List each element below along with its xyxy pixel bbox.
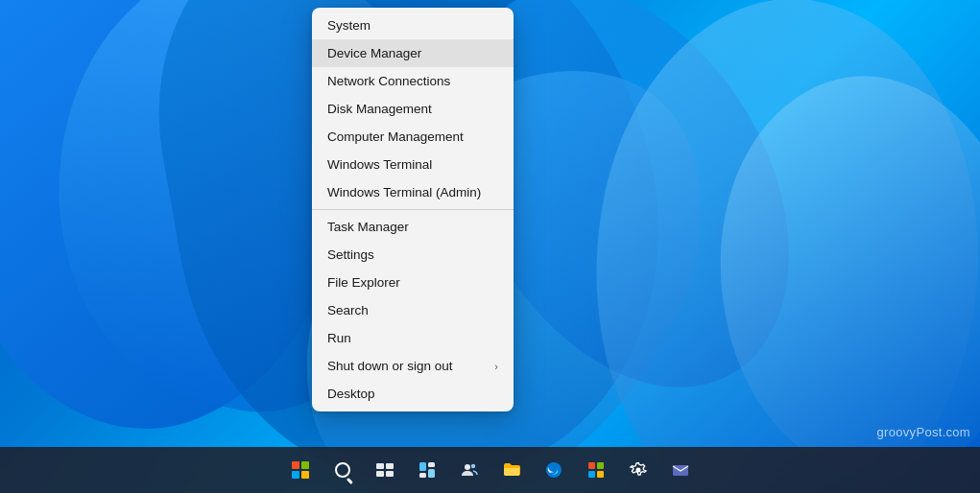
- taskbar: [0, 447, 980, 493]
- menu-item-shutdown-signout[interactable]: Shut down or sign out›: [312, 352, 514, 380]
- menu-item-computer-management[interactable]: Computer Management: [312, 123, 514, 151]
- menu-item-label-settings: Settings: [327, 247, 374, 262]
- menu-item-device-manager[interactable]: Device Manager: [312, 39, 514, 67]
- taskbar-edge-button[interactable]: [535, 451, 573, 489]
- widgets-icon: [418, 460, 437, 480]
- menu-item-label-file-explorer: File Explorer: [327, 275, 400, 290]
- settings-icon: [629, 460, 648, 480]
- menu-item-system[interactable]: System: [312, 12, 514, 39]
- menu-item-run[interactable]: Run: [312, 324, 514, 352]
- svg-rect-4: [419, 462, 426, 471]
- menu-item-label-search: Search: [327, 303, 369, 317]
- edge-icon: [544, 460, 563, 480]
- menu-item-disk-management[interactable]: Disk Management: [312, 95, 514, 123]
- menu-item-desktop[interactable]: Desktop: [312, 380, 514, 408]
- store-icon: [586, 460, 606, 480]
- folder-icon: [502, 460, 521, 480]
- desktop: SystemDevice ManagerNetwork ConnectionsD…: [0, 0, 980, 493]
- svg-rect-2: [376, 471, 384, 477]
- svg-point-9: [470, 464, 474, 468]
- taskbar-search-button[interactable]: [323, 451, 362, 489]
- svg-rect-1: [386, 463, 394, 469]
- svg-point-8: [465, 464, 470, 470]
- svg-rect-13: [588, 471, 595, 478]
- svg-rect-3: [386, 471, 394, 477]
- svg-rect-7: [428, 469, 435, 478]
- watermark: groovyPost.com: [877, 425, 970, 439]
- menu-item-label-system: System: [327, 18, 370, 33]
- menu-item-label-windows-terminal: Windows Terminal: [327, 157, 432, 172]
- menu-item-label-task-manager: Task Manager: [327, 220, 409, 234]
- svg-rect-6: [419, 473, 426, 478]
- context-menu: SystemDevice ManagerNetwork ConnectionsD…: [312, 8, 514, 411]
- menu-item-file-explorer[interactable]: File Explorer: [312, 269, 514, 296]
- mail-icon: [671, 460, 690, 480]
- teams-icon: [460, 460, 479, 480]
- taskbar-mail-button[interactable]: [661, 451, 700, 489]
- menu-item-label-shutdown-signout: Shut down or sign out: [327, 359, 453, 373]
- task-view-icon: [375, 460, 394, 480]
- menu-item-label-windows-terminal-admin: Windows Terminal (Admin): [327, 185, 481, 200]
- taskbar-store-button[interactable]: [577, 451, 615, 489]
- menu-item-chevron-shutdown-signout: ›: [494, 361, 498, 372]
- menu-item-network-connections[interactable]: Network Connections: [312, 67, 514, 95]
- menu-item-label-run: Run: [327, 331, 351, 345]
- taskbar-settings-button[interactable]: [619, 451, 657, 489]
- search-icon: [335, 462, 350, 478]
- taskbar-fileexplorer-button[interactable]: [492, 451, 531, 489]
- taskbar-teams-button[interactable]: [450, 451, 489, 489]
- svg-rect-0: [376, 463, 384, 469]
- menu-item-label-device-manager: Device Manager: [327, 46, 421, 60]
- taskbar-taskview-button[interactable]: [366, 451, 404, 489]
- menu-item-label-network-connections: Network Connections: [327, 74, 450, 88]
- menu-item-windows-terminal-admin[interactable]: Windows Terminal (Admin): [312, 178, 514, 206]
- menu-item-label-desktop: Desktop: [327, 387, 375, 401]
- svg-rect-14: [597, 471, 604, 478]
- menu-item-settings[interactable]: Settings: [312, 241, 514, 269]
- svg-rect-5: [428, 462, 435, 467]
- menu-separator-windows-terminal-admin: [312, 209, 514, 210]
- menu-item-label-disk-management: Disk Management: [327, 102, 432, 116]
- svg-rect-12: [597, 462, 604, 469]
- windows-logo-icon: [292, 461, 309, 479]
- menu-item-search[interactable]: Search: [312, 296, 514, 324]
- menu-item-windows-terminal[interactable]: Windows Terminal: [312, 151, 514, 178]
- menu-item-task-manager[interactable]: Task Manager: [312, 213, 514, 241]
- menu-item-label-computer-management: Computer Management: [327, 129, 464, 144]
- taskbar-start-button[interactable]: [281, 451, 320, 489]
- svg-rect-11: [588, 462, 595, 469]
- taskbar-widgets-button[interactable]: [408, 451, 446, 489]
